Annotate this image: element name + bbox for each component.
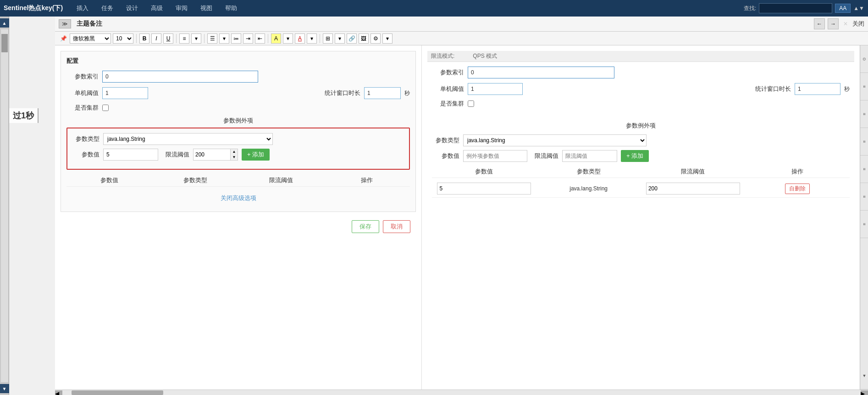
- link-button[interactable]: 🔗: [347, 33, 357, 44]
- left-col-param-type: 参数类型: [152, 176, 238, 184]
- table-dropdown[interactable]: ▾: [335, 33, 345, 44]
- left-add-button[interactable]: + 添加: [242, 149, 270, 161]
- horiz-sb-left[interactable]: ◀: [55, 390, 62, 395]
- vtab-7[interactable]: ≡: [860, 211, 868, 238]
- extra-dropdown[interactable]: ▾: [382, 33, 393, 44]
- right-row-threshold-input[interactable]: [646, 183, 740, 195]
- right-row-col-param-type: java.lang.String: [536, 185, 641, 192]
- right-param-value-input[interactable]: [463, 150, 527, 162]
- left-stat-window-input[interactable]: [364, 87, 401, 99]
- toolbar-sep-5: [320, 34, 320, 43]
- close-label: 关闭: [852, 20, 864, 28]
- nav-prev-button[interactable]: ←: [814, 18, 825, 29]
- left-param-value-input[interactable]: [103, 149, 158, 161]
- left-save-button[interactable]: 保存: [352, 220, 379, 233]
- menu-review[interactable]: 审阅: [173, 2, 190, 14]
- font-name-select[interactable]: 微软雅黑: [70, 33, 111, 44]
- highlight-dropdown[interactable]: ▾: [283, 33, 293, 44]
- right-panel-inner: 参数索引 单机阈值 统计窗口时长 秒 是否集群: [427, 62, 854, 202]
- left-threshold-input[interactable]: [194, 149, 230, 160]
- right-param-index-input[interactable]: [468, 67, 614, 78]
- left-close-advanced-button[interactable]: 关闭高级选项: [221, 194, 256, 202]
- vtab-1[interactable]: ⊙: [860, 45, 868, 73]
- nav-next-button[interactable]: →: [828, 18, 839, 29]
- list-button[interactable]: ☰: [207, 33, 217, 44]
- right-row-param-value-input[interactable]: [437, 183, 531, 195]
- left-col-action: 操作: [324, 176, 410, 184]
- right-threshold-input[interactable]: [562, 150, 617, 162]
- left-param-type-select[interactable]: java.lang.String: [103, 133, 273, 145]
- left-threshold-down[interactable]: ▼: [230, 155, 238, 160]
- horiz-sb-right[interactable]: ▶: [861, 390, 868, 395]
- right-param-value-label: 参数值: [432, 152, 459, 160]
- extra-button[interactable]: ⚙: [370, 33, 381, 44]
- left-param-type-row: 参数类型 java.lang.String: [72, 133, 404, 145]
- editor-top-bar: ≫ 主题备注 ← → ✕ 关闭: [55, 17, 868, 32]
- toolbar-sep-3: [204, 34, 205, 43]
- image-button[interactable]: 🖼: [359, 33, 369, 44]
- right-delete-button[interactable]: 自删除: [785, 184, 810, 194]
- right-config-panel: 限流模式: QPS 模式 参数索引 单机阈值 统计窗口时长: [422, 45, 860, 389]
- left-single-threshold-input[interactable]: [102, 87, 148, 99]
- right-stat-window-input[interactable]: [795, 83, 840, 95]
- vtab-4[interactable]: ≡: [860, 128, 868, 156]
- right-param-index-label: 参数索引: [432, 68, 464, 77]
- scrollbar-thumb[interactable]: [1, 34, 8, 52]
- vtab-3[interactable]: ≡: [860, 100, 868, 128]
- left-threshold-label: 限流阈值: [162, 150, 189, 159]
- toolbar-sep-4: [268, 34, 268, 43]
- menu-help[interactable]: 帮助: [222, 2, 240, 14]
- close-button[interactable]: 关闭: [852, 20, 864, 28]
- numlist-button[interactable]: ≔: [231, 33, 241, 44]
- horiz-sb-thumb[interactable]: [72, 390, 163, 395]
- expand-button[interactable]: ≫: [59, 19, 71, 28]
- overlay-text: 过1秒: [9, 108, 39, 123]
- table-button[interactable]: ⊞: [323, 33, 333, 44]
- vtab-2[interactable]: ≡: [860, 73, 868, 100]
- indent-button[interactable]: ⇥: [243, 33, 253, 44]
- right-add-button[interactable]: + 添加: [621, 150, 649, 162]
- left-single-threshold-label: 单机阈值: [66, 89, 99, 97]
- scroll-down-arrow[interactable]: ▼: [0, 384, 9, 393]
- align-button[interactable]: ≡: [179, 33, 189, 44]
- vtab-6[interactable]: ≡: [860, 183, 868, 211]
- right-cluster-checkbox[interactable]: [468, 100, 474, 107]
- outdent-button[interactable]: ⇤: [255, 33, 265, 44]
- right-param-type-row: 参数类型 java.lang.String: [432, 134, 850, 146]
- bold-button[interactable]: B: [139, 33, 149, 44]
- menu-task[interactable]: 任务: [99, 2, 116, 14]
- right-param-type-select[interactable]: java.lang.String: [463, 134, 647, 146]
- menu-insert[interactable]: 插入: [74, 2, 91, 14]
- left-param-index-input[interactable]: [102, 71, 258, 83]
- italic-button[interactable]: I: [151, 33, 161, 44]
- left-config-panel: 配置 参数索引 单机阈值 统计窗口时长 秒: [55, 45, 422, 389]
- left-cluster-checkbox[interactable]: [102, 105, 109, 111]
- font-size-select[interactable]: 10: [113, 33, 133, 44]
- right-table-row: java.lang.String 自删除: [432, 180, 850, 198]
- pin-button[interactable]: 📌: [59, 34, 68, 43]
- right-single-threshold-input[interactable]: [468, 83, 523, 95]
- fontcolor-dropdown[interactable]: ▾: [307, 33, 317, 44]
- left-cancel-button[interactable]: 取消: [383, 220, 410, 233]
- overlay-panel: 过1秒: [9, 17, 55, 395]
- search-button[interactable]: AA: [835, 4, 851, 13]
- search-input[interactable]: [759, 3, 832, 13]
- right-table-header: 参数值 参数类型 限流阈值 操作: [432, 166, 850, 178]
- underline-button[interactable]: U: [163, 33, 173, 44]
- right-col-threshold: 限流阈值: [641, 167, 746, 176]
- scroll-up-arrow[interactable]: ▲: [0, 18, 9, 28]
- highlight-button[interactable]: A: [271, 33, 281, 44]
- list-dropdown[interactable]: ▾: [219, 33, 229, 44]
- vtab-5[interactable]: ≡: [860, 156, 868, 183]
- menu-advanced[interactable]: 高级: [148, 2, 166, 14]
- fontcolor-button[interactable]: A: [295, 33, 305, 44]
- left-action-row: 保存 取消: [61, 217, 416, 237]
- menu-view[interactable]: 视图: [198, 2, 215, 14]
- toolbar-sep-1: [136, 34, 137, 43]
- left-threshold-up[interactable]: ▲: [230, 149, 238, 155]
- vtab-bottom-down[interactable]: ▼: [860, 362, 868, 389]
- left-stat-window-label: 统计窗口时长: [325, 89, 360, 97]
- align-dropdown[interactable]: ▾: [191, 33, 201, 44]
- menu-design[interactable]: 设计: [123, 2, 141, 14]
- search-label: 查找:: [744, 5, 756, 12]
